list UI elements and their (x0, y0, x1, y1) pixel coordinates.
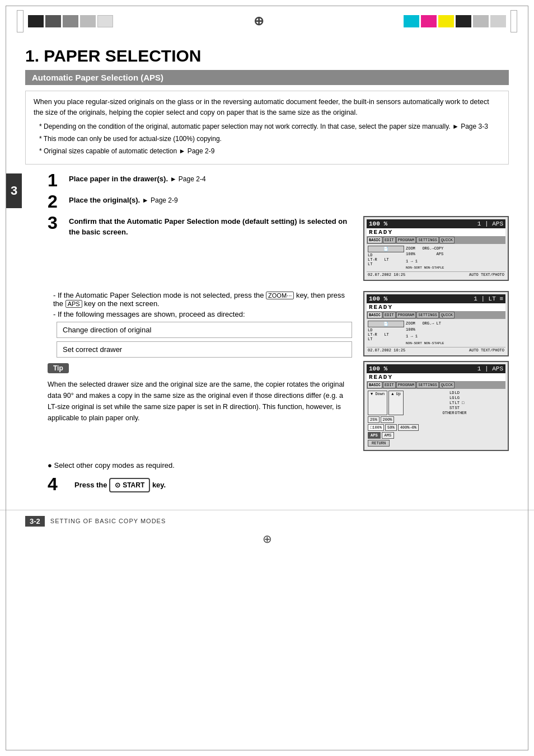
print-swatch-mlgray (490, 15, 506, 27)
start-key-badge: ⊙START (109, 478, 150, 492)
tip-label: Tip (48, 363, 69, 373)
screen-mockup-1: 100 % 1 | APS READY BASIC EDIT PROGRAM S… (363, 216, 509, 281)
print-bar-left (28, 15, 113, 27)
step-3-area: 3 Confirm that the Automatic Paper Selec… (48, 216, 509, 286)
screen2-mode: 1 | LT ≡ (474, 295, 503, 302)
tip-section: Tip When the selected drawer size and th… (48, 363, 352, 424)
chapter-tab: 3 (6, 173, 22, 208)
step-2-label: Place the original(s). (69, 196, 140, 204)
main-content: 1. PAPER SELECTION Automatic Paper Selec… (0, 38, 534, 504)
header-marks: ⊕ (0, 0, 534, 38)
bullet-left: - If the Automatic Paper Selection mode … (48, 291, 352, 424)
screen3-mode: 1 | APS (477, 365, 503, 372)
step-4-label: Press the ⊙START key. (74, 481, 166, 489)
bullet-2: - If the following messages are shown, p… (53, 310, 352, 318)
print-swatch-magenta (421, 15, 437, 27)
print-swatch-lgray (80, 15, 96, 27)
footer-text: SETTING OF BASIC COPY MODES (50, 518, 166, 524)
page-title: 1. PAPER SELECTION (25, 46, 509, 65)
step-3-screens: 100 % 1 | APS READY BASIC EDIT PROGRAM S… (363, 216, 509, 286)
screen-mockup-2: 100 % 1 | LT ≡ READY BASIC EDIT PROGRAM … (363, 291, 509, 356)
step-2-text: Place the original(s). ► Page 2-9 (69, 195, 509, 206)
crosshair-bottom-icon: ⊕ (263, 533, 272, 545)
bullet-1: - If the Automatic Paper Selection mode … (53, 291, 352, 308)
step-2-row: 2 Place the original(s). ► Page 2-9 (48, 195, 509, 210)
step-3-number: 3 (48, 214, 69, 232)
info-note-2: * This mode can only be used for actual-… (39, 134, 500, 144)
message-box-1: Change direction of original (57, 322, 352, 338)
info-note-1: * Depending on the condition of the orig… (39, 121, 500, 132)
print-swatch-mgray (63, 15, 78, 27)
msg-1-text: Change direction of original (63, 326, 151, 334)
page-footer: 3-2 SETTING OF BASIC COPY MODES (0, 510, 534, 532)
msg-2-text: Set correct drawer (63, 345, 122, 354)
step-4-number: 4 (48, 475, 69, 493)
crosshair-bottom: ⊕ (0, 532, 534, 552)
select-note: ● Select other copy modes as required. (48, 461, 509, 469)
bullet-screens: 100 % 1 | LT ≡ READY BASIC EDIT PROGRAM … (363, 291, 509, 456)
message-box-2: Set correct drawer (57, 341, 352, 358)
step-1-label: Place paper in the drawer(s). (69, 175, 168, 183)
start-icon: ⊙ (115, 480, 120, 490)
print-swatch-lgray2 (473, 15, 489, 27)
print-swatch-yellow (438, 15, 454, 27)
step-4-text: Press the ⊙START key. (74, 478, 509, 492)
print-swatch-black (28, 15, 44, 27)
footer-page-number: 3-2 (25, 516, 45, 527)
crosshair-center: ⊕ (254, 14, 264, 29)
print-swatch-dgray (45, 15, 61, 27)
print-swatch-white (97, 15, 113, 27)
screen3-status: 100 % (369, 365, 387, 372)
tip-text: When the selected drawer size and the or… (48, 379, 352, 424)
step-1-number: 1 (48, 171, 69, 189)
bullet-area: - If the Automatic Paper Selection mode … (48, 291, 509, 456)
info-note-3: * Original sizes capable of automatic de… (39, 146, 500, 156)
section-header: Automatic Paper Selection (APS) (25, 70, 509, 85)
select-note-text: ● Select other copy modes as required. (48, 461, 175, 469)
info-box: When you place regular-sized originals o… (25, 91, 509, 165)
step-3-label: Confirm that the Automatic Paper Selecti… (69, 217, 347, 237)
step-1-link: ► Page 2-4 (170, 175, 206, 183)
step-1-row: 1 Place paper in the drawer(s). ► Page 2… (48, 173, 509, 189)
screen1-num: 1 | APS (477, 220, 503, 227)
step-3-left: 3 Confirm that the Automatic Paper Selec… (48, 216, 352, 243)
step-3-text: Confirm that the Automatic Paper Selecti… (69, 216, 352, 238)
step-1-text: Place paper in the drawer(s). ► Page 2-4 (69, 173, 509, 185)
print-swatch-black2 (456, 15, 471, 27)
print-swatch-cyan (404, 15, 419, 27)
print-bar-right (404, 15, 506, 27)
step-2-link: ► Page 2-9 (142, 196, 178, 204)
section-title: Automatic Paper Selection (APS) (32, 73, 163, 82)
step-3-row: 3 Confirm that the Automatic Paper Selec… (48, 216, 352, 238)
chapter-number: 3 (11, 184, 17, 198)
info-main-text: When you place regular-sized originals o… (34, 97, 500, 118)
screen1-status: 100 % (369, 220, 387, 227)
step-4-row: 4 Press the ⊙START key. (48, 477, 509, 493)
step-2-number: 2 (48, 192, 69, 210)
screen2-status: 100 % (369, 295, 387, 302)
screen-mockup-3: 100 % 1 | APS READY BASIC EDIT PROGRAM S… (363, 361, 509, 451)
